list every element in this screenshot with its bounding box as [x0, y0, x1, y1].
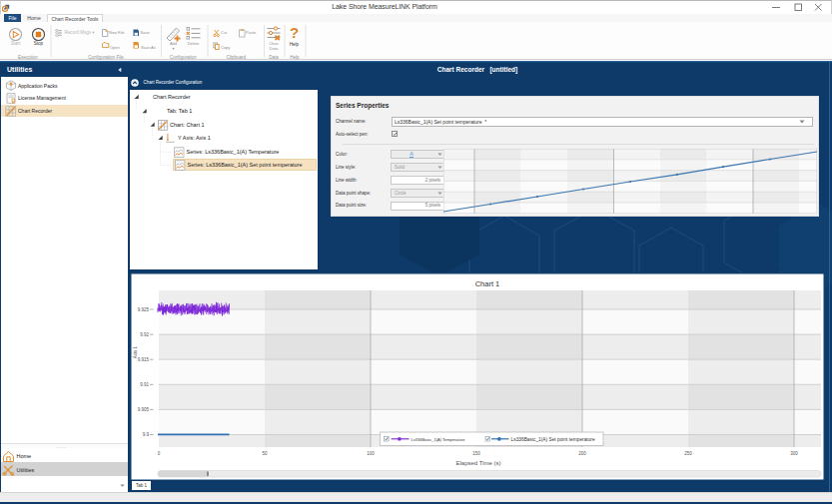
- svg-text:Elapsed Time (s): Elapsed Time (s): [455, 459, 500, 465]
- svg-text:Axis 1: Axis 1: [133, 345, 138, 358]
- svg-text:9.9: 9.9: [143, 432, 150, 437]
- svg-text:Ls336Basic_1(A) Set point temp: Ls336Basic_1(A) Set point temperature: [511, 436, 595, 441]
- svg-text:200: 200: [578, 451, 586, 456]
- svg-text:?: ?: [290, 24, 299, 41]
- svg-text:50: 50: [262, 451, 268, 456]
- svg-text:150: 150: [472, 451, 480, 456]
- svg-text:300: 300: [790, 451, 798, 456]
- svg-text:9.905: 9.905: [138, 407, 150, 412]
- svg-text:100: 100: [367, 451, 375, 456]
- svg-text:9.915: 9.915: [138, 357, 150, 362]
- svg-text:250: 250: [684, 451, 692, 456]
- svg-text:9.92: 9.92: [140, 331, 149, 336]
- svg-text:Chart 1: Chart 1: [475, 279, 500, 288]
- svg-text:Ls336Basic_1(A) Temperature: Ls336Basic_1(A) Temperature: [412, 436, 466, 441]
- svg-text:9.925: 9.925: [138, 306, 150, 311]
- svg-text:9.91: 9.91: [140, 382, 149, 387]
